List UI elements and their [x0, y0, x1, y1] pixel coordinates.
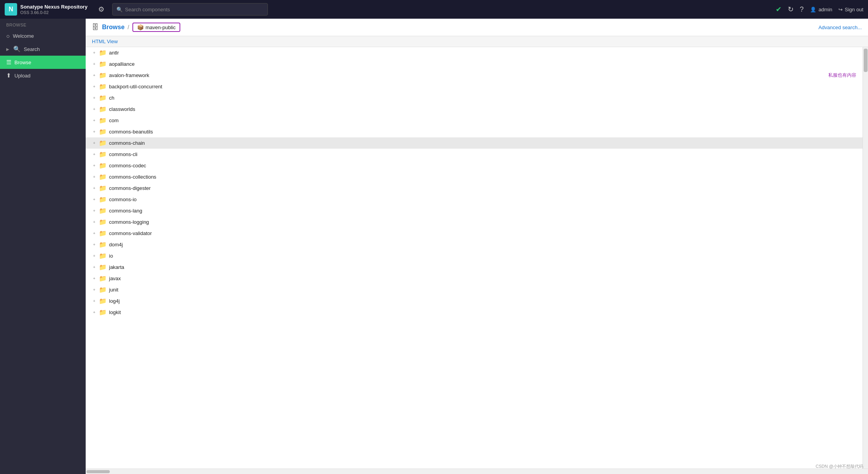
folder-icon: 📁 [99, 162, 107, 169]
tree-row[interactable]: +📁ch [86, 92, 863, 104]
expand-icon[interactable]: + [92, 254, 97, 258]
repo-name: maven-public [146, 25, 176, 30]
settings-button[interactable]: ⚙ [95, 3, 107, 16]
folder-icon: 📁 [99, 83, 107, 90]
breadcrumb-browse-link[interactable]: Browse [102, 24, 125, 31]
breadcrumb-separator: / [128, 24, 129, 30]
tree-item-name: antlr [109, 50, 856, 56]
sidebar-label-welcome: Welcome [13, 33, 34, 39]
breadcrumb-bar: 🗄 Browse / 📦 maven-public Advanced searc… [86, 19, 868, 36]
tree-item-name: log4j [109, 298, 856, 304]
folder-icon: 📁 [99, 72, 107, 79]
tree-container: +📁antlr+📁aopalliance+📁avalon-framework私服… [86, 47, 868, 469]
tree-row[interactable]: +📁antlr [86, 47, 863, 58]
expand-icon[interactable]: + [92, 242, 97, 247]
expand-icon[interactable]: + [92, 186, 97, 190]
signout-button[interactable]: ↪ Sign out [838, 7, 863, 12]
tree-row[interactable]: +📁commons-io [86, 194, 863, 205]
search-input[interactable] [125, 7, 264, 12]
tree-row[interactable]: +📁commons-logging [86, 216, 863, 228]
refresh-icon[interactable]: ↻ [788, 5, 794, 14]
tree-row[interactable]: +📁classworlds [86, 104, 863, 115]
folder-icon: 📁 [99, 139, 107, 147]
tree-row[interactable]: +📁commons-validator [86, 228, 863, 239]
tree-row[interactable]: +📁commons-lang [86, 205, 863, 216]
tree-row[interactable]: +📁com [86, 115, 863, 126]
vscroll-thumb[interactable] [864, 49, 868, 72]
expand-icon[interactable]: + [92, 299, 97, 303]
tree-row[interactable]: +📁commons-codec [86, 160, 863, 171]
browse-icon: ☰ [6, 59, 11, 66]
expand-icon[interactable]: + [92, 62, 97, 66]
sidebar-item-upload[interactable]: ⬆ Upload [0, 69, 86, 82]
folder-icon: 📁 [99, 105, 107, 113]
sidebar-item-welcome[interactable]: ○ Welcome [0, 30, 86, 42]
expand-icon[interactable]: + [92, 73, 97, 77]
expand-icon[interactable]: + [92, 51, 97, 55]
expand-icon[interactable]: + [92, 265, 97, 269]
help-icon[interactable]: ? [800, 5, 804, 14]
tree-row[interactable]: +📁io [86, 250, 863, 262]
tree-row[interactable]: +📁aopalliance [86, 58, 863, 70]
sidebar-item-search[interactable]: ▶ 🔍 Search [0, 42, 86, 56]
expand-icon[interactable]: + [92, 96, 97, 100]
tree-row[interactable]: +📁commons-cli [86, 149, 863, 160]
tree-row[interactable]: +📁jakarta [86, 262, 863, 273]
expand-icon[interactable]: + [92, 288, 97, 292]
expand-icon[interactable]: + [92, 130, 97, 134]
expand-icon[interactable]: + [92, 175, 97, 179]
horizontal-scrollbar[interactable] [86, 469, 868, 474]
search-box: 🔍 [112, 3, 268, 16]
user-menu[interactable]: 👤 admin [810, 7, 832, 12]
tree-item-name: dom4j [109, 242, 856, 248]
expand-icon[interactable]: + [92, 152, 97, 156]
expand-icon[interactable]: + [92, 118, 97, 123]
html-view-link[interactable]: HTML View [92, 39, 118, 44]
folder-icon: 📁 [99, 252, 107, 260]
tree-row[interactable]: +📁dom4j [86, 239, 863, 250]
expand-icon[interactable]: + [92, 276, 97, 281]
expand-icon[interactable]: + [92, 163, 97, 168]
tree-row[interactable]: +📁commons-beanutils [86, 126, 863, 137]
tree-row[interactable]: +📁logkit [86, 307, 863, 318]
sidebar-section-label: Browse [0, 19, 86, 30]
tree-item-name: commons-codec [109, 163, 856, 169]
expand-icon[interactable]: + [92, 141, 97, 145]
folder-icon: 📁 [99, 184, 107, 192]
expand-icon[interactable]: + [92, 107, 97, 111]
advanced-search-link[interactable]: Advanced search... [819, 25, 862, 30]
expand-icon[interactable]: + [92, 220, 97, 224]
tree-item-name: commons-beanutils [109, 129, 856, 135]
expand-icon[interactable]: + [92, 84, 97, 89]
tree-annotation: 私服也有内容 [828, 72, 856, 79]
tree-row[interactable]: +📁commons-chain [86, 137, 863, 149]
sidebar-item-browse[interactable]: ☰ Browse [0, 56, 86, 69]
tree-row[interactable]: +📁avalon-framework私服也有内容 [86, 70, 863, 81]
welcome-icon: ○ [6, 33, 10, 39]
tree-item-name: javax [109, 276, 856, 281]
username: admin [819, 7, 832, 12]
breadcrumb-repo[interactable]: 📦 maven-public [132, 23, 180, 32]
tree-item-name: logkit [109, 309, 856, 315]
nav-right: ✔ ↻ ? 👤 admin ↪ Sign out [776, 5, 863, 14]
tree-item-name: junit [109, 287, 856, 293]
tree-scroll-area[interactable]: +📁antlr+📁aopalliance+📁avalon-framework私服… [86, 47, 863, 469]
hscroll-thumb[interactable] [86, 470, 110, 473]
folder-icon: 📁 [99, 151, 107, 158]
sidebar-label-browse: Browse [14, 60, 31, 65]
tree-row[interactable]: +📁commons-collections [86, 171, 863, 183]
tree-row[interactable]: +📁commons-digester [86, 183, 863, 194]
expand-icon[interactable]: + [92, 231, 97, 235]
tree-row[interactable]: +📁backport-util-concurrent [86, 81, 863, 92]
tree-row[interactable]: +📁junit [86, 284, 863, 295]
expand-icon[interactable]: + [92, 209, 97, 213]
sidebar-label-upload: Upload [14, 73, 30, 79]
vertical-scrollbar[interactable] [863, 47, 868, 469]
folder-icon: 📁 [99, 49, 107, 56]
expand-icon[interactable]: + [92, 310, 97, 314]
folder-icon: 📁 [99, 263, 107, 271]
expand-icon[interactable]: + [92, 197, 97, 202]
tree-row[interactable]: +📁javax [86, 273, 863, 284]
browse-section-icon: 🗄 [92, 23, 99, 32]
tree-row[interactable]: +📁log4j [86, 295, 863, 307]
